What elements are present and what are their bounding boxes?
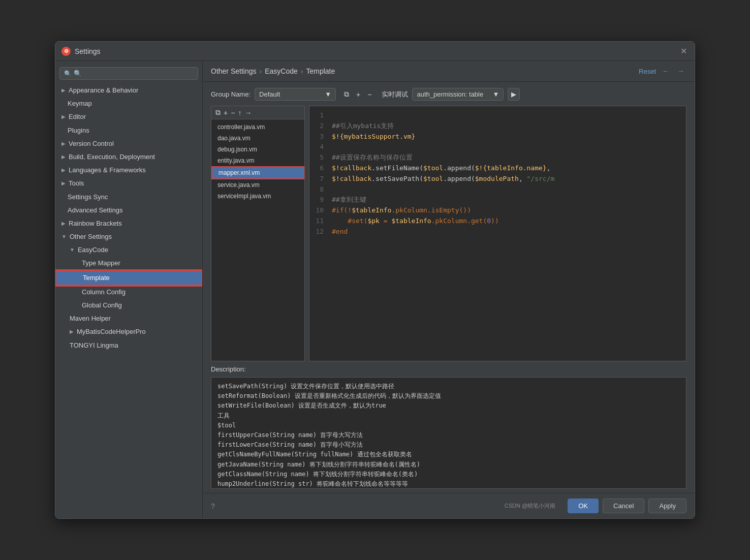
add-file-icon[interactable]: + (224, 109, 228, 117)
sidebar-item-languages[interactable]: ▶ Languages & Frameworks (55, 164, 202, 177)
chevron-right-icon: ▶ (61, 220, 66, 227)
chevron-right-icon: ▶ (70, 328, 74, 335)
upload-file-icon[interactable]: ↑ (238, 109, 241, 117)
split-area: ⧉ + − ↑ → controller.java.vm dao.java.vm… (211, 106, 686, 361)
footer-note: CSDN @蜡笔小河南 (219, 502, 555, 510)
desc-line-2: setReformat(Boolean) 设置是否重新格式化生成后的代码，默认为… (217, 391, 680, 401)
app-icon: ⚙ (61, 47, 71, 56)
sidebar-item-version-control[interactable]: ▶ Version Control (55, 137, 202, 150)
file-list: controller.java.vm dao.java.vm debug.jso… (211, 119, 304, 361)
run-icon[interactable]: ▶ (508, 88, 520, 101)
breadcrumb-sep-1: › (260, 67, 262, 75)
file-item-dao[interactable]: dao.java.vm (211, 133, 304, 144)
copy-icon[interactable]: ⧉ (342, 89, 351, 100)
sidebar: 🔍 ▶ Appearance & Behavior Keymap ▶ Edito… (55, 61, 203, 518)
add-icon[interactable]: + (354, 89, 362, 100)
sidebar-item-build[interactable]: ▶ Build, Execution, Deployment (55, 150, 202, 164)
navigate-file-icon[interactable]: → (244, 109, 252, 117)
description-section: Description: setSavePath(String) 设置文件保存位… (211, 365, 686, 489)
breadcrumb-other-settings: Other Settings (211, 67, 257, 75)
code-content[interactable]: ##引入mybatis支持 $!{mybatisSupport.vm} ##设置… (328, 110, 686, 357)
apply-button[interactable]: Apply (648, 499, 686, 513)
file-list-toolbar: ⧉ + − ↑ → (211, 106, 304, 119)
close-button[interactable]: ✕ (678, 46, 689, 56)
group-name-label: Group Name: (211, 90, 251, 98)
code-editor[interactable]: 1 2 3 4 5 6 7 8 9 10 11 (309, 106, 686, 361)
sidebar-item-type-mapper[interactable]: Type Mapper (55, 257, 202, 270)
group-name-select[interactable]: Default ▼ (255, 88, 336, 101)
chevron-down-icon: ▼ (493, 90, 499, 98)
sidebar-item-rainbow-brackets[interactable]: ▶ Rainbow Brackets (55, 217, 202, 230)
breadcrumb: Other Settings › EasyCode › Template (211, 67, 639, 75)
file-item-mapper[interactable]: mapper.xml.vm (211, 166, 304, 179)
file-item-controller[interactable]: controller.java.vm (211, 121, 304, 133)
settings-area: Group Name: Default ▼ ⧉ + − 实时调试 auth_pe… (203, 82, 695, 493)
dialog-title: Settings (75, 47, 678, 55)
search-input[interactable] (74, 70, 194, 77)
sidebar-item-column-config[interactable]: Column Config (55, 286, 202, 299)
sidebar-item-easycode[interactable]: ▼ EasyCode (55, 243, 202, 257)
file-item-service-impl[interactable]: serviceImpl.java.vm (211, 191, 304, 202)
sidebar-item-template[interactable]: Template (55, 270, 202, 286)
breadcrumb-sep-2: › (301, 67, 303, 75)
sidebar-item-tools[interactable]: ▶ Tools (55, 177, 202, 190)
copy-file-icon[interactable]: ⧉ (215, 108, 221, 117)
forward-button[interactable]: → (675, 66, 686, 76)
sidebar-item-keymap[interactable]: Keymap (55, 97, 202, 110)
footer: ? CSDN @蜡笔小河南 OK Cancel Apply (203, 493, 695, 518)
sidebar-item-plugins[interactable]: Plugins (55, 124, 202, 137)
group-toolbar: ⧉ + − (342, 89, 373, 100)
desc-line-5: $tool (217, 421, 680, 430)
realtime-debug-label: 实时调试 (382, 90, 408, 99)
header-actions: Reset ← → (639, 66, 686, 76)
desc-line-1: setSavePath(String) 设置文件保存位置，默认使用选中路径 (217, 382, 680, 391)
sidebar-item-advanced-settings[interactable]: Advanced Settings (55, 204, 202, 217)
desc-line-6: firstUpperCase(String name) 首字母大写方法 (217, 430, 680, 440)
reset-button[interactable]: Reset (639, 68, 656, 75)
breadcrumb-template: Template (306, 67, 335, 75)
description-label: Description: (211, 365, 686, 373)
code-panel: 1 2 3 4 5 6 7 8 9 10 11 (309, 106, 686, 361)
group-name-row: Group Name: Default ▼ ⧉ + − 实时调试 auth_pe… (211, 88, 686, 101)
desc-line-11: hump2Underline(String str) 将驼峰命名转下划线命名等等… (217, 479, 680, 489)
chevron-down-icon: ▼ (70, 246, 75, 254)
ok-button[interactable]: OK (568, 499, 599, 513)
file-item-debug[interactable]: debug.json.vm (211, 144, 304, 155)
sidebar-item-mybatis[interactable]: ▶ MyBatisCodeHelperPro (55, 325, 202, 338)
search-box[interactable]: 🔍 (59, 67, 198, 80)
sidebar-item-maven-helper[interactable]: Maven Helper (55, 312, 202, 325)
line-numbers: 1 2 3 4 5 6 7 8 9 10 11 (309, 110, 328, 357)
desc-line-7: firstLowerCase(String name) 首字母小写方法 (217, 440, 680, 450)
sidebar-item-tongyi[interactable]: TONGYI Lingma (55, 339, 202, 352)
chevron-down-icon: ▼ (325, 90, 331, 98)
sidebar-item-appearance[interactable]: ▶ Appearance & Behavior (55, 84, 202, 97)
remove-file-icon[interactable]: − (231, 109, 235, 117)
sidebar-item-other-settings[interactable]: ▼ Other Settings (55, 230, 202, 243)
chevron-right-icon: ▶ (61, 167, 66, 174)
desc-line-8: getClsNameByFullName(String fullName) 通过… (217, 450, 680, 459)
cancel-button[interactable]: Cancel (603, 499, 644, 513)
dialog-body: 🔍 ▶ Appearance & Behavior Keymap ▶ Edito… (55, 61, 695, 518)
chevron-right-icon: ▶ (61, 113, 66, 120)
sidebar-item-global-config[interactable]: Global Config (55, 299, 202, 312)
title-bar: ⚙ Settings ✕ (55, 42, 695, 61)
chevron-right-icon: ▶ (61, 140, 66, 147)
main-content: Other Settings › EasyCode › Template Res… (203, 61, 695, 518)
desc-line-9: getJavaName(String name) 将下划线分割字符串转驼峰命名(… (217, 460, 680, 470)
file-item-service[interactable]: service.java.vm (211, 179, 304, 191)
remove-icon[interactable]: − (365, 89, 373, 100)
sidebar-item-editor[interactable]: ▶ Editor (55, 110, 202, 123)
chevron-down-icon: ▼ (61, 233, 67, 240)
chevron-right-icon: ▶ (61, 153, 66, 161)
breadcrumb-easycode: EasyCode (265, 67, 298, 75)
desc-line-10: getClassName(String name) 将下划线分割字符串转驼峰命名… (217, 470, 680, 479)
file-item-entity[interactable]: entity.java.vm (211, 155, 304, 166)
table-select[interactable]: auth_permission: table ▼ (412, 88, 504, 101)
help-icon[interactable]: ? (211, 502, 215, 510)
back-button[interactable]: ← (660, 66, 671, 76)
sidebar-item-settings-sync[interactable]: Settings Sync (55, 191, 202, 204)
file-list-panel: ⧉ + − ↑ → controller.java.vm dao.java.vm… (211, 106, 305, 361)
chevron-right-icon: ▶ (61, 87, 66, 94)
desc-line-3: setWriteFile(Boolean) 设置是否生成文件，默认为true (217, 401, 680, 411)
desc-line-4: 工具 (217, 411, 680, 421)
